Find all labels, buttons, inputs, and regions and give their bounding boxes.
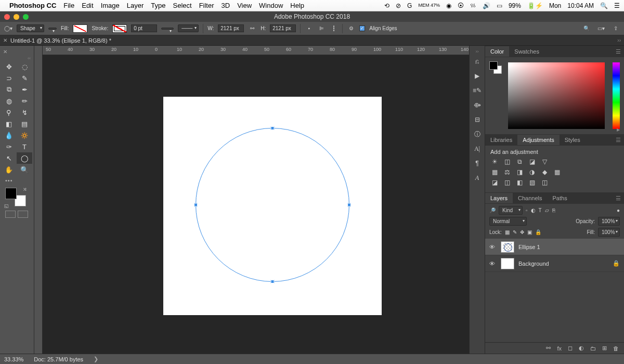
app-name[interactable]: Photoshop CC — [9, 2, 56, 9]
stroke-width-dd[interactable] — [161, 28, 174, 30]
menu-edit[interactable]: Edit — [82, 2, 93, 9]
stamp-tool[interactable]: ⚲ — [1, 107, 17, 118]
tools-collapse-icon[interactable]: ‹‹ — [1, 56, 33, 61]
fill-swatch[interactable] — [73, 24, 87, 33]
lock-artboard-icon[interactable]: ▣ — [527, 229, 532, 235]
align-edges-checkbox[interactable]: ✓ — [359, 25, 365, 31]
anchor-right[interactable] — [347, 203, 351, 207]
fgbg-swatch[interactable]: ⤭ ◱ — [5, 188, 26, 206]
hue-slider[interactable] — [613, 62, 620, 129]
new-layer-icon[interactable]: ⊞ — [602, 345, 607, 352]
brush-tool[interactable]: ✏ — [17, 95, 32, 107]
webcam-icon[interactable]: ◉ — [446, 2, 451, 9]
hand-tool[interactable]: ✋ — [1, 164, 17, 175]
menu-list-icon[interactable]: ☰ — [614, 2, 620, 9]
lock-pos-icon[interactable]: ✥ — [520, 229, 524, 235]
tab-color[interactable]: Color — [485, 46, 509, 57]
filter-smart-icon[interactable]: ⎘ — [552, 207, 555, 213]
path-ops-icon[interactable]: ▪ — [305, 24, 313, 33]
healing-tool[interactable]: ◍ — [1, 95, 17, 107]
path-align-icon[interactable]: ⊫ — [317, 24, 326, 33]
edit-toolbar-icon[interactable]: ••• — [1, 175, 33, 186]
expand-strip-icon[interactable]: ›› — [470, 49, 485, 54]
adj-brightness-icon[interactable]: ☀ — [490, 158, 499, 165]
menu-3d[interactable]: 3D — [222, 2, 230, 9]
artboard[interactable] — [163, 97, 382, 315]
adj-selcol-icon[interactable]: ◫ — [540, 179, 549, 186]
eraser-tool[interactable]: ◧ — [1, 118, 17, 129]
filter-search-icon[interactable]: 🔎 — [489, 207, 496, 213]
document-tab-name[interactable]: Untitled-1 @ 33.3% (Ellipse 1, RGB/8) * — [10, 37, 111, 44]
color-spectrum[interactable] — [508, 62, 605, 129]
menu-image[interactable]: Image — [101, 2, 120, 9]
lock-all-icon[interactable]: 🔒 — [535, 229, 541, 235]
glyphs-panel-icon[interactable]: A — [470, 171, 485, 185]
minimize-window-button[interactable] — [14, 14, 19, 20]
bluetooth-icon[interactable]: ⦿ — [458, 2, 464, 9]
marquee-tool[interactable]: ◌ — [17, 61, 32, 72]
adj-hue-icon[interactable]: ▦ — [490, 168, 499, 176]
clone-panel-icon[interactable]: ⊟ — [470, 112, 485, 127]
link-layers-icon[interactable]: ⚯ — [546, 345, 551, 352]
spectrum-tri-icon[interactable]: ▶ — [617, 127, 620, 132]
color-fgbg[interactable] — [489, 61, 502, 74]
layers-panel-menu-icon[interactable]: ☰ — [613, 195, 624, 202]
ellipse-shape-tool[interactable]: ◯ — [17, 152, 32, 164]
path-select-tool[interactable]: ↖ — [1, 152, 17, 164]
menu-view[interactable]: View — [237, 2, 252, 9]
doc-size-readout[interactable]: Doc: 25.7M/0 bytes — [34, 356, 83, 362]
layer-name[interactable]: Ellipse 1 — [518, 244, 540, 250]
tab-channels[interactable]: Channels — [513, 193, 547, 203]
adj-post-icon[interactable]: ◫ — [503, 179, 511, 186]
panel-collapse-right[interactable]: ›› — [616, 36, 622, 44]
tool-mode-select[interactable]: Shape — [17, 24, 44, 32]
blur-tool[interactable]: 💧 — [1, 129, 17, 141]
tool-mode-dd[interactable] — [48, 28, 57, 30]
filter-shape-icon[interactable]: ▱ — [545, 207, 549, 213]
clock-time[interactable]: 10:04 AM — [567, 2, 594, 9]
default-colors-icon[interactable]: ◱ — [4, 203, 9, 209]
layer-fx-icon[interactable]: fx — [557, 345, 562, 352]
dodge-tool[interactable]: 🔅 — [17, 129, 32, 141]
filter-adj-icon[interactable]: ◐ — [531, 207, 536, 213]
sync-icon[interactable]: ⟲ — [384, 2, 389, 9]
stroke-style-dd[interactable]: ─── — [178, 24, 199, 32]
status-menu-icon[interactable]: ❯ — [94, 356, 98, 362]
zoom-readout[interactable]: 33.33% — [4, 356, 23, 362]
battery-icon[interactable]: 🔋⚡ — [527, 2, 543, 9]
share-icon[interactable]: ⇪ — [612, 24, 620, 33]
adj-gradmap-icon[interactable]: ▧ — [528, 179, 536, 186]
tab-paths[interactable]: Paths — [548, 193, 573, 203]
adj-invert-icon[interactable]: ◪ — [490, 179, 499, 186]
tools-close-icon[interactable]: ✕ — [1, 48, 33, 56]
volume-icon[interactable]: 🔊 — [483, 2, 490, 9]
anchor-top[interactable] — [271, 126, 275, 130]
visibility-icon[interactable]: 👁 — [489, 244, 497, 250]
width-input[interactable]: 2121 px — [218, 24, 244, 32]
close-window-button[interactable] — [4, 14, 10, 20]
canvas-area[interactable]: 50 40 30 20 10 0 10 20 30 40 50 60 70 80… — [43, 46, 469, 354]
filter-type-icon[interactable]: T — [539, 207, 542, 213]
anchor-left[interactable] — [194, 203, 198, 207]
adj-exposure-icon[interactable]: ◪ — [528, 158, 536, 165]
foreground-color[interactable] — [5, 188, 17, 199]
vertical-ruler[interactable] — [34, 46, 43, 354]
menu-type[interactable]: Type — [151, 2, 165, 9]
adj-bw-icon[interactable]: ◨ — [515, 168, 524, 176]
zoom-window-button[interactable] — [23, 14, 29, 20]
adj-photo-icon[interactable]: ◑ — [528, 168, 536, 176]
anchor-bottom[interactable] — [271, 280, 275, 283]
adj-colbal-icon[interactable]: ⚖ — [503, 168, 511, 176]
horizontal-ruler[interactable]: 50 40 30 20 10 0 10 20 30 40 50 60 70 80… — [43, 46, 469, 55]
path-arrange-icon[interactable]: ┇ — [330, 24, 338, 33]
new-fill-adj-icon[interactable]: ◐ — [579, 345, 584, 352]
menu-help[interactable]: Help — [290, 2, 304, 9]
visibility-icon[interactable]: 👁 — [489, 261, 497, 267]
quickmask-icon[interactable] — [5, 211, 16, 218]
screenmode-icon[interactable] — [18, 211, 28, 218]
gradient-tool[interactable]: ▤ — [17, 118, 32, 129]
height-input[interactable]: 2121 px — [270, 24, 296, 32]
layer-thumb[interactable] — [501, 241, 514, 253]
brush-settings-icon[interactable]: ⟴ — [470, 98, 485, 112]
history-panel-icon[interactable]: ⎌ — [470, 54, 485, 69]
